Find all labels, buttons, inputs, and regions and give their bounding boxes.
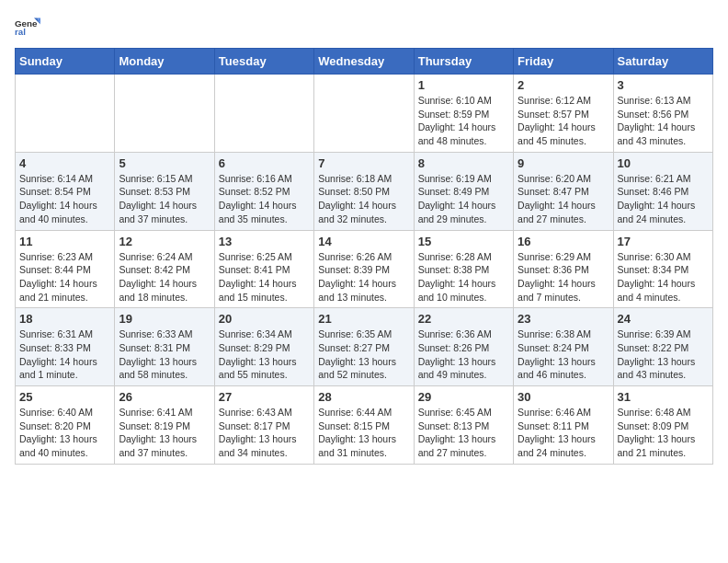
calendar-cell: 23Sunrise: 6:38 AMSunset: 8:24 PMDayligh… bbox=[514, 308, 613, 386]
day-info: Sunrise: 6:14 AMSunset: 8:54 PMDaylight:… bbox=[19, 172, 110, 226]
calendar-cell: 4Sunrise: 6:14 AMSunset: 8:54 PMDaylight… bbox=[16, 152, 115, 230]
calendar-cell: 1Sunrise: 6:10 AMSunset: 8:59 PMDaylight… bbox=[414, 75, 513, 153]
day-info: Sunrise: 6:45 AMSunset: 8:13 PMDaylight:… bbox=[418, 406, 509, 460]
day-number: 5 bbox=[119, 156, 210, 170]
day-number: 8 bbox=[418, 156, 509, 170]
logo-icon: Gene ral bbox=[15, 15, 40, 40]
day-number: 10 bbox=[618, 156, 709, 170]
day-info: Sunrise: 6:26 AMSunset: 8:39 PMDaylight:… bbox=[318, 250, 409, 304]
calendar-week-row: 4Sunrise: 6:14 AMSunset: 8:54 PMDaylight… bbox=[16, 152, 713, 230]
day-number: 22 bbox=[418, 312, 509, 326]
day-info: Sunrise: 6:35 AMSunset: 8:27 PMDaylight:… bbox=[318, 327, 409, 382]
calendar-cell: 27Sunrise: 6:43 AMSunset: 8:17 PMDayligh… bbox=[214, 386, 313, 465]
day-info: Sunrise: 6:21 AMSunset: 8:46 PMDaylight:… bbox=[618, 172, 709, 226]
day-info: Sunrise: 6:41 AMSunset: 8:19 PMDaylight:… bbox=[119, 406, 210, 460]
calendar-cell: 14Sunrise: 6:26 AMSunset: 8:39 PMDayligh… bbox=[314, 230, 414, 308]
calendar-cell: 28Sunrise: 6:44 AMSunset: 8:15 PMDayligh… bbox=[314, 386, 414, 465]
calendar-cell: 29Sunrise: 6:45 AMSunset: 8:13 PMDayligh… bbox=[414, 386, 513, 465]
svg-text:ral: ral bbox=[15, 27, 26, 37]
calendar-cell: 3Sunrise: 6:13 AMSunset: 8:56 PMDaylight… bbox=[613, 75, 712, 153]
day-number: 16 bbox=[518, 235, 609, 248]
day-number: 13 bbox=[219, 235, 310, 248]
day-number: 7 bbox=[318, 156, 409, 170]
calendar-cell bbox=[214, 75, 313, 153]
day-info: Sunrise: 6:10 AMSunset: 8:59 PMDaylight:… bbox=[418, 94, 509, 148]
day-number: 24 bbox=[618, 312, 709, 326]
day-number: 4 bbox=[19, 156, 110, 170]
calendar-cell: 19Sunrise: 6:33 AMSunset: 8:31 PMDayligh… bbox=[115, 308, 214, 386]
day-number: 21 bbox=[318, 312, 409, 326]
day-info: Sunrise: 6:25 AMSunset: 8:41 PMDaylight:… bbox=[219, 250, 310, 304]
calendar-cell: 13Sunrise: 6:25 AMSunset: 8:41 PMDayligh… bbox=[214, 230, 313, 308]
day-number: 27 bbox=[219, 390, 310, 404]
day-number: 19 bbox=[119, 312, 210, 326]
day-info: Sunrise: 6:23 AMSunset: 8:44 PMDaylight:… bbox=[19, 250, 110, 304]
calendar-cell: 20Sunrise: 6:34 AMSunset: 8:29 PMDayligh… bbox=[214, 308, 313, 386]
calendar-cell: 30Sunrise: 6:46 AMSunset: 8:11 PMDayligh… bbox=[514, 386, 613, 465]
day-number: 1 bbox=[418, 78, 509, 92]
day-info: Sunrise: 6:12 AMSunset: 8:57 PMDaylight:… bbox=[518, 94, 609, 148]
calendar-cell: 7Sunrise: 6:18 AMSunset: 8:50 PMDaylight… bbox=[314, 152, 414, 230]
day-info: Sunrise: 6:24 AMSunset: 8:42 PMDaylight:… bbox=[119, 250, 210, 304]
day-number: 30 bbox=[518, 390, 609, 404]
day-info: Sunrise: 6:36 AMSunset: 8:26 PMDaylight:… bbox=[418, 327, 509, 382]
calendar-week-row: 1Sunrise: 6:10 AMSunset: 8:59 PMDaylight… bbox=[16, 75, 713, 153]
calendar-header-sunday: Sunday bbox=[16, 49, 115, 75]
calendar-cell: 17Sunrise: 6:30 AMSunset: 8:34 PMDayligh… bbox=[613, 230, 712, 308]
day-number: 25 bbox=[19, 390, 110, 404]
calendar-week-row: 25Sunrise: 6:40 AMSunset: 8:20 PMDayligh… bbox=[16, 386, 713, 465]
day-info: Sunrise: 6:31 AMSunset: 8:33 PMDaylight:… bbox=[19, 327, 110, 382]
calendar-header-friday: Friday bbox=[514, 49, 613, 75]
calendar-header-row: SundayMondayTuesdayWednesdayThursdayFrid… bbox=[16, 49, 713, 75]
calendar-cell: 12Sunrise: 6:24 AMSunset: 8:42 PMDayligh… bbox=[115, 230, 214, 308]
day-info: Sunrise: 6:46 AMSunset: 8:11 PMDaylight:… bbox=[518, 406, 609, 460]
day-number: 28 bbox=[318, 390, 409, 404]
day-info: Sunrise: 6:44 AMSunset: 8:15 PMDaylight:… bbox=[318, 406, 409, 460]
day-number: 14 bbox=[318, 235, 409, 248]
day-info: Sunrise: 6:39 AMSunset: 8:22 PMDaylight:… bbox=[618, 327, 709, 382]
calendar-cell: 11Sunrise: 6:23 AMSunset: 8:44 PMDayligh… bbox=[16, 230, 115, 308]
day-info: Sunrise: 6:15 AMSunset: 8:53 PMDaylight:… bbox=[119, 172, 210, 226]
day-info: Sunrise: 6:40 AMSunset: 8:20 PMDaylight:… bbox=[19, 406, 110, 460]
day-number: 11 bbox=[19, 235, 110, 248]
day-info: Sunrise: 6:29 AMSunset: 8:36 PMDaylight:… bbox=[518, 250, 609, 304]
calendar-cell: 31Sunrise: 6:48 AMSunset: 8:09 PMDayligh… bbox=[613, 386, 712, 465]
calendar-header-thursday: Thursday bbox=[414, 49, 513, 75]
calendar-cell: 5Sunrise: 6:15 AMSunset: 8:53 PMDaylight… bbox=[115, 152, 214, 230]
day-info: Sunrise: 6:43 AMSunset: 8:17 PMDaylight:… bbox=[219, 406, 310, 460]
calendar-week-row: 18Sunrise: 6:31 AMSunset: 8:33 PMDayligh… bbox=[16, 308, 713, 386]
day-info: Sunrise: 6:16 AMSunset: 8:52 PMDaylight:… bbox=[219, 172, 310, 226]
calendar-cell bbox=[16, 75, 115, 153]
day-info: Sunrise: 6:48 AMSunset: 8:09 PMDaylight:… bbox=[618, 406, 709, 460]
day-info: Sunrise: 6:34 AMSunset: 8:29 PMDaylight:… bbox=[219, 327, 310, 382]
calendar-header-saturday: Saturday bbox=[613, 49, 712, 75]
day-number: 29 bbox=[418, 390, 509, 404]
calendar-week-row: 11Sunrise: 6:23 AMSunset: 8:44 PMDayligh… bbox=[16, 230, 713, 308]
day-number: 9 bbox=[518, 156, 609, 170]
calendar-cell: 15Sunrise: 6:28 AMSunset: 8:38 PMDayligh… bbox=[414, 230, 513, 308]
day-number: 26 bbox=[119, 390, 210, 404]
calendar-cell: 10Sunrise: 6:21 AMSunset: 8:46 PMDayligh… bbox=[613, 152, 712, 230]
calendar-cell bbox=[115, 75, 214, 153]
day-info: Sunrise: 6:20 AMSunset: 8:47 PMDaylight:… bbox=[518, 172, 609, 226]
calendar-cell: 8Sunrise: 6:19 AMSunset: 8:49 PMDaylight… bbox=[414, 152, 513, 230]
day-info: Sunrise: 6:13 AMSunset: 8:56 PMDaylight:… bbox=[618, 94, 709, 148]
calendar-cell bbox=[314, 75, 414, 153]
calendar-cell: 22Sunrise: 6:36 AMSunset: 8:26 PMDayligh… bbox=[414, 308, 513, 386]
day-number: 20 bbox=[219, 312, 310, 326]
day-number: 18 bbox=[19, 312, 110, 326]
day-number: 6 bbox=[219, 156, 310, 170]
header: Gene ral bbox=[15, 15, 713, 40]
day-info: Sunrise: 6:33 AMSunset: 8:31 PMDaylight:… bbox=[119, 327, 210, 382]
calendar-cell: 9Sunrise: 6:20 AMSunset: 8:47 PMDaylight… bbox=[514, 152, 613, 230]
day-number: 31 bbox=[618, 390, 709, 404]
calendar: SundayMondayTuesdayWednesdayThursdayFrid… bbox=[15, 48, 713, 465]
calendar-cell: 18Sunrise: 6:31 AMSunset: 8:33 PMDayligh… bbox=[16, 308, 115, 386]
day-number: 3 bbox=[618, 78, 709, 92]
day-info: Sunrise: 6:30 AMSunset: 8:34 PMDaylight:… bbox=[618, 250, 709, 304]
logo: Gene ral bbox=[15, 15, 44, 40]
calendar-cell: 21Sunrise: 6:35 AMSunset: 8:27 PMDayligh… bbox=[314, 308, 414, 386]
day-number: 17 bbox=[618, 235, 709, 248]
calendar-cell: 16Sunrise: 6:29 AMSunset: 8:36 PMDayligh… bbox=[514, 230, 613, 308]
day-number: 12 bbox=[119, 235, 210, 248]
